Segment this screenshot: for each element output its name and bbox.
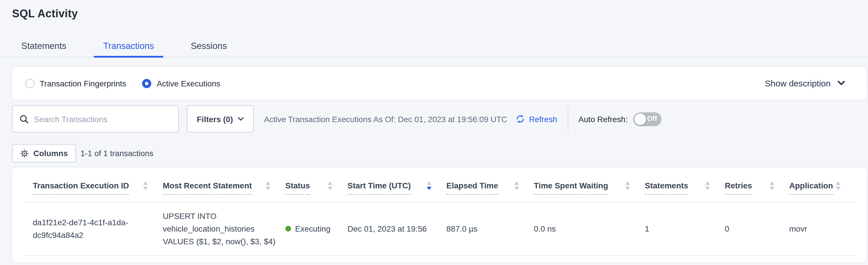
auto-refresh-toggle[interactable]: Off <box>633 112 661 126</box>
sort-arrows-icon <box>705 181 710 190</box>
vertical-divider <box>567 106 568 132</box>
sort-arrows-active-desc-icon <box>427 181 431 190</box>
as-of-timestamp: Active Transaction Executions As Of: Dec… <box>264 114 507 124</box>
sort-arrows-icon <box>328 181 333 190</box>
column-header-statements[interactable]: Statements <box>645 181 725 195</box>
refresh-icon <box>515 114 525 124</box>
show-description-toggle[interactable]: Show description <box>765 78 845 88</box>
sort-arrows-icon <box>836 181 840 190</box>
radio-selected-icon[interactable] <box>143 79 152 88</box>
search-box[interactable] <box>12 105 179 132</box>
sort-arrows-icon <box>625 181 630 190</box>
radio-transaction-fingerprints[interactable]: Transaction Fingerprints <box>25 79 126 88</box>
cell-elapsed-time: 887.0 µs <box>446 222 534 235</box>
chevron-down-icon <box>238 117 244 121</box>
radio-label: Transaction Fingerprints <box>40 79 126 88</box>
sort-arrows-icon <box>770 181 774 190</box>
tab-transactions[interactable]: Transactions <box>94 41 163 57</box>
column-header-most-recent-statement[interactable]: Most Recent Statement <box>163 181 285 195</box>
search-input[interactable] <box>34 114 172 124</box>
executing-status-dot-icon <box>285 226 291 232</box>
table-row[interactable]: da1f21e2-de71-4c1f-a1da-dc9fc94a84a2 UPS… <box>24 202 855 256</box>
filter-toolbar: Filters (0) Active Transaction Execution… <box>12 105 868 132</box>
transactions-table-card: Transaction Execution ID Most Recent Sta… <box>12 168 867 262</box>
chevron-down-icon <box>838 81 845 86</box>
gear-icon <box>20 149 29 158</box>
toggle-state-label: Off <box>647 115 657 123</box>
results-toolbar: Columns 1-1 of 1 transactions <box>12 144 868 162</box>
column-header-time-spent-waiting[interactable]: Time Spent Waiting <box>534 181 645 195</box>
sort-arrows-icon <box>514 181 519 190</box>
cell-status: Executing <box>285 222 347 235</box>
toggle-knob <box>634 113 646 125</box>
column-header-elapsed-time[interactable]: Elapsed Time <box>446 181 534 195</box>
tab-sessions[interactable]: Sessions <box>182 41 236 57</box>
column-header-application[interactable]: Application <box>789 181 855 195</box>
column-header-transaction-execution-id[interactable]: Transaction Execution ID <box>24 181 163 195</box>
search-icon <box>20 114 29 124</box>
radio-unselected-icon[interactable] <box>25 79 34 88</box>
column-header-status[interactable]: Status <box>285 181 347 195</box>
column-header-retries[interactable]: Retries <box>725 181 789 195</box>
tab-statements[interactable]: Statements <box>12 41 75 57</box>
columns-button[interactable]: Columns <box>12 144 76 162</box>
sort-arrows-icon <box>143 181 148 190</box>
result-count: 1-1 of 1 transactions <box>81 149 154 158</box>
cell-transaction-execution-id: da1f21e2-de71-4c1f-a1da-dc9fc94a84a2 <box>24 216 163 241</box>
cell-start-time: Dec 01, 2023 at 19:56 <box>347 222 446 235</box>
table-header-row: Transaction Execution ID Most Recent Sta… <box>24 168 855 202</box>
cell-time-spent-waiting: 0.0 ns <box>534 222 645 235</box>
active-tab-indicator <box>94 56 163 58</box>
view-options-card: Transaction Fingerprints Active Executio… <box>12 67 867 100</box>
sort-arrows-icon <box>266 181 270 190</box>
sql-activity-page: SQL Activity Statements Transactions Ses… <box>0 0 868 265</box>
radio-active-executions[interactable]: Active Executions <box>143 79 220 88</box>
radio-label: Active Executions <box>157 79 220 88</box>
cell-statements: 1 <box>645 222 725 235</box>
auto-refresh-label: Auto Refresh: <box>578 114 627 124</box>
cell-application: movr <box>789 222 855 235</box>
page-title: SQL Activity <box>0 0 868 20</box>
refresh-button[interactable]: Refresh <box>515 114 557 124</box>
filters-button[interactable]: Filters (0) <box>187 105 254 132</box>
status-label: Executing <box>295 222 331 235</box>
tab-bar: Statements Transactions Sessions <box>0 41 868 58</box>
cell-retries: 0 <box>725 222 789 235</box>
column-header-start-time[interactable]: Start Time (UTC) <box>347 181 446 195</box>
cell-most-recent-statement: UPSERT INTO vehicle_location_histories V… <box>163 210 285 248</box>
